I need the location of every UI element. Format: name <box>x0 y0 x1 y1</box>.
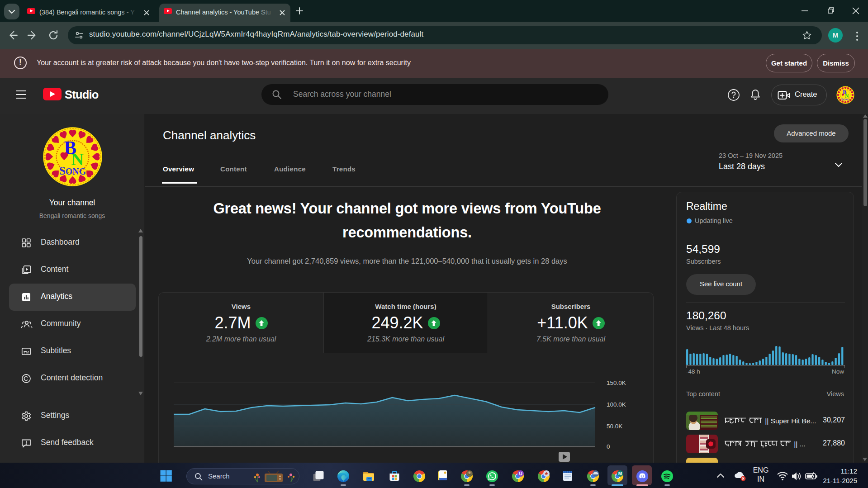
svg-text:U: U <box>519 471 522 476</box>
svg-text:150.0K: 150.0K <box>607 379 626 386</box>
svg-text:0: 0 <box>607 443 610 450</box>
svg-text:50.0K: 50.0K <box>607 423 622 430</box>
svg-text:M: M <box>618 471 622 476</box>
svg-text:100.0K: 100.0K <box>607 401 626 408</box>
